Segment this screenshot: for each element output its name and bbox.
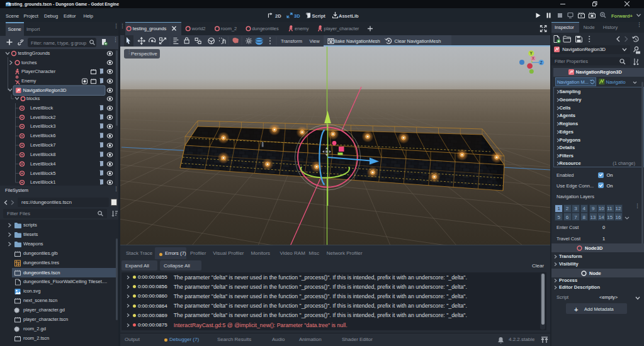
- svg-text:X: X: [532, 56, 535, 60]
- svg-text:Z: Z: [540, 60, 543, 65]
- svg-text:Y: Y: [530, 51, 533, 55]
